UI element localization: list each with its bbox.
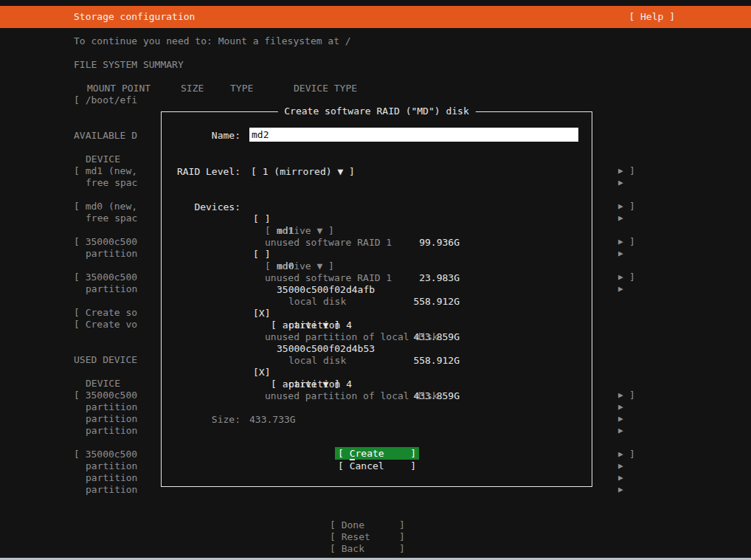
submenu-arrow-icon: ▶ <box>618 248 623 260</box>
used-device-column-label: DEVICE <box>86 378 161 390</box>
device-row-md1: [ ] md1 99.936G <box>253 201 460 213</box>
create-raid-dialog: Create software RAID ("MD") disk Name: R… <box>161 111 592 487</box>
submenu-arrow-icon: ▶ <box>618 177 623 189</box>
used-device-row-disk1-part2[interactable]: partition <box>86 413 161 425</box>
device-row-md0-line2[interactable]: free spac <box>86 212 161 224</box>
devices-label: Devices: <box>162 201 240 213</box>
used-device-row-disk1[interactable]: [ 35000c500 <box>74 390 161 401</box>
column-header-size: SIZE <box>181 83 204 94</box>
device-state-row: [ active ▼ ] <box>253 213 460 225</box>
submenu-arrow-icon: ▶ <box>618 472 623 484</box>
used-devices-heading: USED DEVICE <box>74 354 161 366</box>
cancel-label: Cancel <box>350 460 384 471</box>
row-close-bracket: ] <box>629 165 635 177</box>
cancel-button[interactable]: [ Cancel] <box>335 460 419 472</box>
continue-hint-text: To continue you need to: Mount a filesys… <box>74 35 351 47</box>
create-volume-group-action[interactable]: [ Create vo <box>74 319 161 331</box>
raid-level-label: RAID Level: <box>162 166 240 178</box>
create-close-bracket: ] <box>410 447 416 460</box>
column-header-type: TYPE <box>230 83 253 94</box>
disk-row: 35000c500f02d4b53 558.912G <box>253 331 460 343</box>
filesystem-summary-heading: FILE SYSTEM SUMMARY <box>74 59 184 71</box>
submenu-arrow-icon: ▶ <box>618 201 623 212</box>
size-value: 433.733G <box>249 414 296 426</box>
used-device-row-disk1-part3[interactable]: partition <box>86 425 161 437</box>
used-device-row-disk1-part1[interactable]: partition <box>86 401 161 413</box>
submenu-arrow-icon: ▶ <box>618 390 623 401</box>
name-label: Name: <box>162 130 240 142</box>
used-device-row-disk2-part2[interactable]: partition <box>86 472 161 484</box>
size-label: Size: <box>162 414 240 426</box>
cancel-close-bracket: ] <box>410 460 416 472</box>
back-button[interactable]: [ Back ] <box>330 543 405 555</box>
partition-row: [X] partition 4 433.859G <box>253 296 460 308</box>
disk-row: 35000c500f02d4afb 558.912G <box>253 272 460 284</box>
device-row-disk1[interactable]: [ 35000c500 <box>74 236 161 248</box>
submenu-arrow-icon: ▶ <box>618 236 623 248</box>
partition-state-row: [ active ▼ ] <box>253 308 460 319</box>
create-software-raid-action[interactable]: [ Create so <box>74 307 161 319</box>
create-open-bracket: [ <box>338 448 350 459</box>
row-close-bracket: ] <box>629 236 635 248</box>
create-label-rest: reate <box>355 448 384 459</box>
row-close-bracket: ] <box>629 272 635 283</box>
column-header-mount-point: MOUNT POINT <box>87 83 150 94</box>
row-close-bracket: ] <box>629 390 635 401</box>
row-close-bracket: ] <box>629 201 635 212</box>
device-row-md1[interactable]: [ md1 (new, <box>74 165 161 177</box>
submenu-arrow-icon: ▶ <box>618 484 623 496</box>
device-status-row: unused software RAID 1 <box>253 260 460 272</box>
device-column-label: DEVICE <box>86 153 161 165</box>
submenu-arrow-icon: ▶ <box>618 283 623 295</box>
device-state-row: [ active ▼ ] <box>253 249 460 260</box>
cancel-open-bracket: [ <box>338 460 350 471</box>
device-row-disk1-line2[interactable]: partition <box>86 248 161 260</box>
device-row-md1-line2[interactable]: free spac <box>86 177 161 189</box>
row-close-bracket: ] <box>629 449 635 460</box>
submenu-arrow-icon: ▶ <box>618 449 623 460</box>
page-title: Storage configuration <box>74 11 195 23</box>
partition-status-row: unused partition of local disk <box>253 319 460 331</box>
partition-status-row: unused partition of local disk <box>253 378 460 390</box>
device-row-md0: [ ] md0 23.983G <box>253 237 460 249</box>
submenu-arrow-icon: ▶ <box>618 413 623 425</box>
submenu-arrow-icon: ▶ <box>618 212 623 224</box>
title-bar: Storage configuration [ Help ] <box>0 6 751 28</box>
reset-button[interactable]: [ Reset ] <box>330 531 405 543</box>
device-row-md0[interactable]: [ md0 (new, <box>74 201 161 212</box>
used-device-row-disk2-part3[interactable]: partition <box>86 484 161 496</box>
available-devices-heading: AVAILABLE D <box>74 130 161 142</box>
help-button[interactable]: [ Help ] <box>629 11 675 23</box>
submenu-arrow-icon: ▶ <box>618 401 623 413</box>
partition-status: unused partition of local disk <box>265 390 438 402</box>
summary-row-boot-efi[interactable]: [ /boot/efi <box>74 94 161 106</box>
partition-state-row: [ active ▼ ] <box>253 367 460 378</box>
submenu-arrow-icon: ▶ <box>618 272 623 283</box>
used-device-row-disk2-part1[interactable]: partition <box>86 460 161 472</box>
footer-buttons: [ Done ] [ Reset ] [ Back ] <box>330 519 405 555</box>
submenu-arrow-icon: ▶ <box>618 165 623 177</box>
devices-list: [ ] md1 99.936G [ active ▼ ] unused soft… <box>253 112 460 486</box>
partition-row: [X] partition 4 433.859G <box>253 355 460 367</box>
disk-status-row: local disk <box>253 284 460 296</box>
device-row-disk2[interactable]: [ 35000c500 <box>74 272 161 283</box>
used-device-row-disk2[interactable]: [ 35000c500 <box>74 449 161 460</box>
create-button[interactable]: [ Create] <box>335 447 419 460</box>
device-status-row: unused software RAID 1 <box>253 225 460 237</box>
disk-status-row: local disk <box>253 343 460 355</box>
done-button[interactable]: [ Done ] <box>330 519 405 531</box>
submenu-arrow-icon: ▶ <box>618 460 623 472</box>
column-header-device-type: DEVICE TYPE <box>294 83 357 94</box>
device-row-disk2-line2[interactable]: partition <box>86 283 161 295</box>
submenu-arrow-icon: ▶ <box>618 425 623 437</box>
